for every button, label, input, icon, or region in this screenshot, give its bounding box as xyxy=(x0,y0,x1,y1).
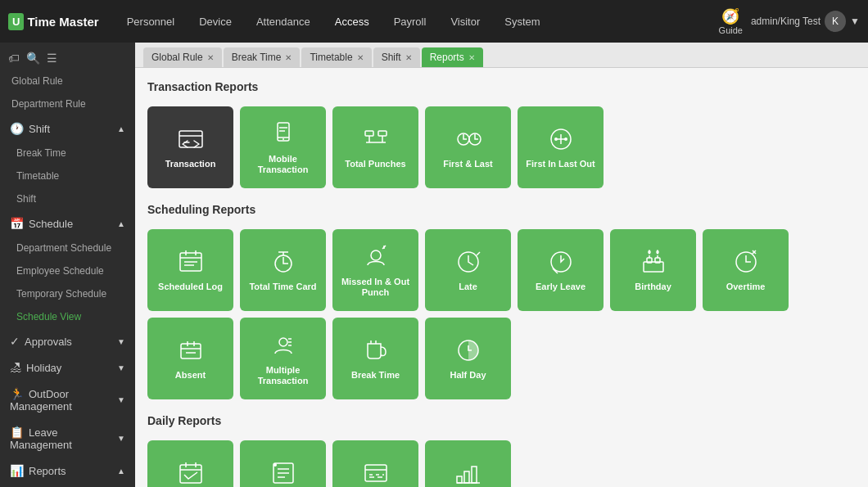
scheduled-log-label: Scheduled Log xyxy=(158,282,223,292)
content-area: Global Rule ✕ Break Time ✕ Timetable ✕ S… xyxy=(135,43,868,487)
sidebar-section-approvals[interactable]: ✓Approvals ▼ xyxy=(0,328,135,354)
nav-payroll[interactable]: Payroll xyxy=(382,9,438,34)
late-label: Late xyxy=(459,282,477,292)
sidebar-item-department-rule[interactable]: Department Rule xyxy=(0,92,135,115)
scheduled-log-icon xyxy=(176,247,206,277)
half-day-label: Half Day xyxy=(450,370,486,381)
sidebar-section-leave[interactable]: 📋Leave Management ▼ xyxy=(0,419,135,458)
overtime-label: Overtime xyxy=(726,282,766,292)
card-daily-details[interactable]: Daily Details xyxy=(240,440,326,487)
first-in-last-out-label: First In Last Out xyxy=(526,159,594,169)
card-multiple-transaction[interactable]: Multiple Transaction xyxy=(240,318,326,399)
sidebar-section-schedule[interactable]: 📅Schedule ▲ xyxy=(0,210,135,237)
total-time-card-icon xyxy=(269,247,298,277)
reports-chevron-icon: ▲ xyxy=(117,467,125,476)
nav-personnel[interactable]: Personnel xyxy=(115,9,187,34)
daily-details-icon xyxy=(269,458,298,487)
tab-shift[interactable]: Shift ✕ xyxy=(373,47,420,67)
app-logo[interactable]: U Time Master xyxy=(8,13,99,30)
list-icon[interactable]: ☰ xyxy=(47,52,57,65)
sidebar-section-reports[interactable]: 📊Reports ▲ xyxy=(0,458,135,484)
svg-point-12 xyxy=(554,138,558,141)
sidebar-item-global-rule[interactable]: Global Rule xyxy=(0,70,135,92)
late-icon xyxy=(454,247,483,277)
close-icon[interactable]: ✕ xyxy=(468,53,475,62)
approvals-chevron-icon: ▼ xyxy=(117,337,125,346)
guide-label: Guide xyxy=(719,25,743,35)
close-icon[interactable]: ✕ xyxy=(357,53,364,62)
guide-button[interactable]: 🧭 Guide xyxy=(719,7,743,35)
card-mobile-transaction[interactable]: Mobile Transaction xyxy=(240,106,326,188)
nav-access[interactable]: Access xyxy=(323,9,381,34)
tab-break-time-label: Break Time xyxy=(232,52,282,63)
leave-icon: 📋 xyxy=(10,426,24,439)
card-half-day[interactable]: Half Day xyxy=(425,318,511,399)
svg-rect-49 xyxy=(180,465,201,483)
early-leave-icon xyxy=(546,247,576,277)
daily-summary-icon xyxy=(361,458,391,487)
nav-device[interactable]: Device xyxy=(188,9,243,34)
half-day-icon xyxy=(454,336,483,365)
card-first-last[interactable]: First & Last xyxy=(425,106,511,188)
nav-attendance[interactable]: Attendance xyxy=(245,9,322,34)
sidebar-item-temporary-schedule[interactable]: Temporary Schedule xyxy=(0,282,135,305)
reports-icon: 📊 xyxy=(10,464,24,477)
card-missed-punch[interactable]: Missed In & Out Punch xyxy=(332,229,418,311)
user-info[interactable]: admin/King Test K ▼ xyxy=(751,11,860,32)
sidebar-item-department-schedule[interactable]: Department Schedule xyxy=(0,237,135,259)
card-birthday[interactable]: Birthday xyxy=(610,229,696,311)
total-time-card-label: Total Time Card xyxy=(249,282,316,292)
svg-rect-6 xyxy=(378,131,387,136)
main-layout: 🏷 🔍 ☰ Global Rule Department Rule 🕐Shift… xyxy=(0,43,868,487)
sidebar-item-break-time[interactable]: Break Time xyxy=(0,142,135,165)
sidebar-item-schedule-view[interactable]: Schedule View xyxy=(0,305,135,328)
close-icon[interactable]: ✕ xyxy=(207,53,214,62)
card-overtime[interactable]: Overtime xyxy=(703,229,789,311)
transaction-label: Transaction xyxy=(165,159,216,169)
tab-timetable[interactable]: Timetable ✕ xyxy=(301,47,371,67)
tab-shift-label: Shift xyxy=(382,52,401,63)
card-daily-summary[interactable]: Daily Summary xyxy=(332,440,418,487)
svg-rect-37 xyxy=(181,344,201,358)
card-scheduled-log[interactable]: Scheduled Log xyxy=(147,229,233,311)
card-daily-status[interactable]: Daily Status xyxy=(425,440,511,487)
reports-label: Reports xyxy=(29,465,66,477)
tab-global-rule[interactable]: Global Rule ✕ xyxy=(143,47,222,67)
card-daily-attendance[interactable]: Daily Attendance xyxy=(147,440,233,487)
svg-rect-62 xyxy=(472,467,477,483)
sidebar-item-calculate[interactable]: Calculate xyxy=(0,484,135,487)
sidebar-item-employee-schedule[interactable]: Employee Schedule xyxy=(0,259,135,282)
nav-visitor[interactable]: Visitor xyxy=(439,9,491,34)
search-icon[interactable]: 🔍 xyxy=(26,52,40,65)
card-total-time-card[interactable]: Total Time Card xyxy=(240,229,326,311)
card-first-in-last-out[interactable]: First In Last Out xyxy=(518,106,604,188)
svg-point-42 xyxy=(279,338,287,346)
card-absent[interactable]: Absent xyxy=(147,318,233,399)
card-total-punches[interactable]: Total Punches xyxy=(332,106,418,188)
svg-point-57 xyxy=(274,463,277,467)
early-leave-label: Early Leave xyxy=(536,282,585,292)
card-transaction[interactable]: Transaction xyxy=(147,106,233,188)
mobile-transaction-label: Mobile Transaction xyxy=(246,154,319,175)
nav-system[interactable]: System xyxy=(493,9,551,34)
card-early-leave[interactable]: Early Leave xyxy=(518,229,604,311)
daily-attendance-icon xyxy=(176,458,206,487)
close-icon[interactable]: ✕ xyxy=(285,53,292,62)
shift-label: Shift xyxy=(29,123,50,135)
card-break-time[interactable]: Break Time xyxy=(332,318,418,399)
avatar: K xyxy=(825,11,846,32)
first-in-last-out-icon xyxy=(546,124,576,154)
sidebar-section-holiday[interactable]: 🏖Holiday ▼ xyxy=(0,354,135,381)
card-late[interactable]: Late xyxy=(425,229,511,311)
outdoor-chevron-icon: ▼ xyxy=(117,395,125,404)
tag-icon[interactable]: 🏷 xyxy=(8,52,20,65)
tab-reports[interactable]: Reports ✕ xyxy=(422,47,483,67)
sidebar-item-timetable[interactable]: Timetable xyxy=(0,165,135,187)
sidebar-item-shift[interactable]: Shift xyxy=(0,187,135,210)
close-icon[interactable]: ✕ xyxy=(405,53,412,62)
tab-break-time[interactable]: Break Time ✕ xyxy=(224,47,301,67)
logo-box: U xyxy=(8,13,24,30)
sidebar-section-outdoor[interactable]: 🏃OutDoor Management ▼ xyxy=(0,381,135,419)
sidebar-section-shift[interactable]: 🕐Shift ▲ xyxy=(0,115,135,142)
shift-chevron-icon: ▲ xyxy=(117,124,125,133)
